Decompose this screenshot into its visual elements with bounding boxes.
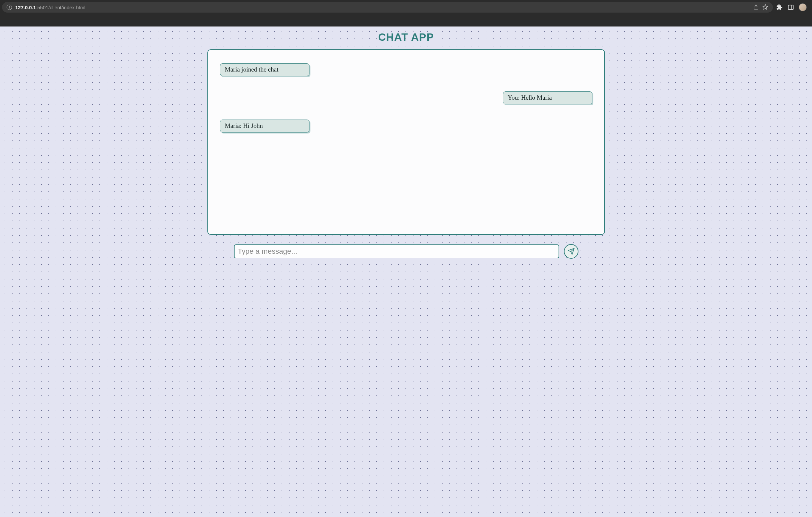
message-bubble: You: Hello Maria [503,91,592,104]
message-input[interactable] [234,244,559,258]
url-host: 127.0.0.1 [15,5,36,10]
message-row: Maria: Hi John [220,120,592,132]
bookmark-star-icon[interactable] [762,4,768,11]
site-info-icon[interactable]: i [7,5,12,10]
message-bubble: Maria: Hi John [220,120,310,132]
paper-plane-icon [568,248,575,255]
omnibox[interactable]: i 127.0.0.1:5501/client/index.html [2,2,773,12]
omnibox-row: i 127.0.0.1:5501/client/index.html [0,0,812,14]
message-bubble: Maria joined the chat [220,63,310,76]
share-icon[interactable] [753,4,759,11]
profile-avatar-icon[interactable] [799,3,807,11]
chrome-action-icons [776,3,809,11]
page-title: CHAT APP [378,31,434,43]
chat-window: Maria joined the chat You: Hello Maria M… [207,49,605,235]
send-button[interactable] [564,244,578,258]
svg-rect-2 [788,5,793,9]
side-panel-icon[interactable] [787,4,794,10]
svg-marker-1 [763,4,768,9]
chrome-spacer [0,14,812,27]
message-row: Maria joined the chat [220,63,592,76]
page-body: CHAT APP Maria joined the chat You: Hell… [0,27,812,517]
browser-chrome: i 127.0.0.1:5501/client/index.html [0,0,812,27]
composer [234,244,578,258]
extensions-icon[interactable] [776,4,783,10]
message-row: You: Hello Maria [220,91,592,104]
url-text: 127.0.0.1:5501/client/index.html [15,5,85,10]
url-path: :5501/client/index.html [36,5,85,10]
